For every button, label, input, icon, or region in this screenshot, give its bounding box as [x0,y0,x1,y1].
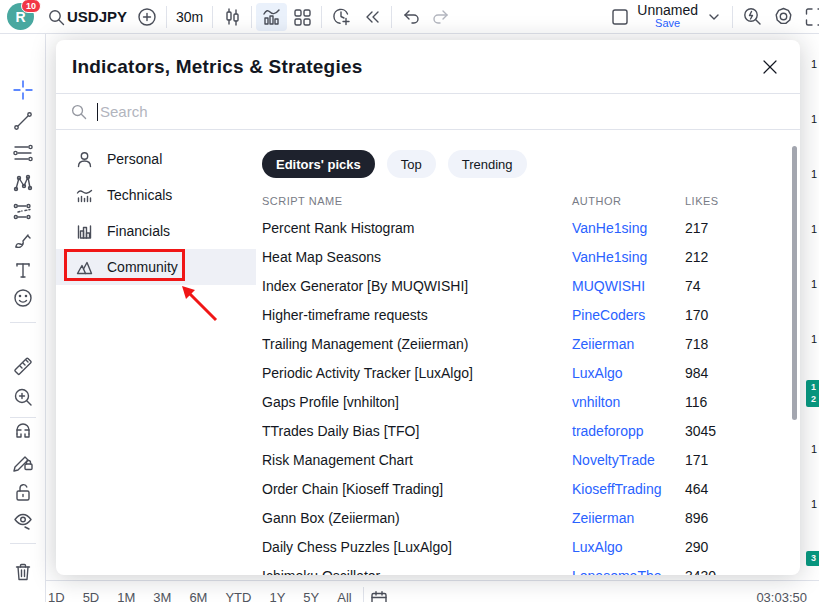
table-row[interactable]: Daily Chess Puzzles [LuxAlgo] LuxAlgo 29… [262,532,800,561]
close-button[interactable] [756,53,784,81]
range-button[interactable]: 3M [144,590,180,602]
range-button[interactable]: 1M [108,590,144,602]
layout-name-block[interactable]: Unnamed Save [637,3,698,29]
layout-menu-button[interactable] [700,3,728,31]
brush-icon[interactable] [12,230,34,252]
script-name[interactable]: Percent Rank Histogram [262,220,572,236]
range-button[interactable]: 1Y [260,590,294,602]
table-row[interactable]: Percent Rank Histogram VanHe1sing 217 [262,213,800,242]
table-row[interactable]: Heat Map Seasons VanHe1sing 212 [262,242,800,271]
sidebar-item-financials[interactable]: Financials [56,213,256,249]
range-button[interactable]: 6M [180,590,216,602]
layout-templates-button[interactable] [287,3,317,31]
fullscreen-button[interactable] [799,3,819,31]
price-scale[interactable]: 1 1 1 1 1 1 1 2 1 1 3 [800,36,819,586]
tab-editors-picks[interactable]: Editors' picks [262,150,375,178]
settings-button[interactable] [768,3,799,31]
script-author-link[interactable]: Zeiierman [572,510,685,526]
market-clock[interactable]: 03:03:50 [756,581,807,602]
table-row[interactable]: Gaps Profile [vnhilton] vnhilton 116 [262,387,800,416]
save-button[interactable]: Save [655,18,680,30]
sidebar-item-personal[interactable]: Personal [56,141,256,177]
prediction-tool-icon[interactable] [12,200,34,222]
undo-button[interactable] [396,3,426,31]
xabcd-pattern-icon[interactable] [12,172,34,194]
measure-ruler-icon[interactable] [12,356,34,378]
script-author-link[interactable]: VanHe1sing [572,249,685,265]
lock-drawings-icon[interactable] [12,481,34,503]
indicators-button[interactable] [256,3,287,31]
range-button[interactable]: 5D [74,590,109,602]
table-row[interactable]: Periodic Activity Tracker [LuxAlgo] LuxA… [262,358,800,387]
bar-replay-button[interactable] [357,3,387,31]
toolbar-divider [166,6,167,28]
emoji-icon[interactable] [12,287,34,309]
script-author-link[interactable]: LuxAlgo [572,539,685,555]
topbar-right-group: Unnamed Save [605,0,819,33]
table-row[interactable]: Trailing Management (Zeiierman) Zeiierma… [262,329,800,358]
script-author-link[interactable]: MUQWISHI [572,278,685,294]
fib-retracement-icon[interactable] [12,142,34,164]
table-row[interactable]: Risk Management Chart NoveltyTrade 171 [262,445,800,474]
user-avatar[interactable]: R 10 [7,3,34,30]
script-author-link[interactable]: tradeforopp [572,423,685,439]
magnet-icon[interactable] [12,422,34,444]
table-row[interactable]: Higher-timeframe requests PineCoders 170 [262,300,800,329]
tab-trending[interactable]: Trending [448,150,527,178]
script-name[interactable]: Gaps Profile [vnhilton] [262,394,572,410]
layout-name[interactable]: Unnamed [637,3,698,18]
script-name[interactable]: Higher-timeframe requests [262,307,572,323]
chart-style-button[interactable] [217,3,247,31]
script-author-link[interactable]: NoveltyTrade [572,452,685,468]
script-author-link[interactable]: LuxAlgo [572,365,685,381]
table-row[interactable]: Gann Box (Zeiierman) Zeiierman 896 [262,503,800,532]
dialog-header: Indicators, Metrics & Strategies [56,40,800,94]
interval-button[interactable]: 30m [171,3,208,31]
script-author-link[interactable]: KioseffTrading [572,481,685,497]
quick-search-button[interactable] [737,3,768,31]
text-tool-icon[interactable] [12,259,34,281]
hide-drawings-icon[interactable] [12,510,34,532]
trash-icon[interactable] [12,561,34,583]
script-name[interactable]: Risk Management Chart [262,452,572,468]
script-author-link[interactable]: PineCoders [572,307,685,323]
zoom-in-icon[interactable] [12,386,34,408]
gear-icon [773,6,794,27]
script-author-link[interactable]: vnhilton [572,394,685,410]
range-button[interactable]: YTD [216,590,260,602]
redo-button[interactable] [426,3,456,31]
script-name[interactable]: Daily Chess Puzzles [LuxAlgo] [262,539,572,555]
script-name[interactable]: Trailing Management (Zeiierman) [262,336,572,352]
create-alert-button[interactable] [326,3,357,31]
search-input[interactable] [100,103,786,120]
table-row[interactable]: TTrades Daily Bias [TFO] tradeforopp 304… [262,416,800,445]
compare-add-symbol-button[interactable] [132,3,162,31]
script-name[interactable]: Ichimoku Oscillator [262,568,572,576]
sidebar-item-technicals[interactable]: Technicals [56,177,256,213]
script-name[interactable]: Gann Box (Zeiierman) [262,510,572,526]
trend-line-icon[interactable] [12,110,34,132]
table-row[interactable]: Ichimoku Oscillator LonesomeThe 3430 [262,561,800,575]
script-name[interactable]: Order Chain [Kioseff Trading] [262,481,572,497]
dialog-scrollbar[interactable] [792,146,797,420]
go-to-date-icon[interactable] [370,590,388,602]
script-author-link[interactable]: LonesomeThe [572,568,685,576]
script-author-link[interactable]: Zeiierman [572,336,685,352]
script-author-link[interactable]: VanHe1sing [572,220,685,236]
tab-top[interactable]: Top [387,150,436,178]
table-row[interactable]: Order Chain [Kioseff Trading] KioseffTra… [262,474,800,503]
stay-in-drawing-mode-icon[interactable] [12,451,34,473]
script-name[interactable]: Periodic Activity Tracker [LuxAlgo] [262,365,572,381]
script-name[interactable]: Heat Map Seasons [262,249,572,265]
range-button[interactable]: All [328,590,360,602]
script-name[interactable]: TTrades Daily Bias [TFO] [262,423,572,439]
crosshair-icon[interactable] [12,79,34,101]
person-icon [75,150,94,169]
symbol-search-button[interactable]: USDJPY [42,3,132,31]
select-layout-checkbox[interactable] [605,3,635,31]
range-button[interactable]: 5Y [294,590,328,602]
table-row[interactable]: Index Generator [By MUQWISHI] MUQWISHI 7… [262,271,800,300]
sidebar-item-community[interactable]: Community [56,249,256,285]
search-bar[interactable] [56,94,800,130]
script-name[interactable]: Index Generator [By MUQWISHI] [262,278,572,294]
